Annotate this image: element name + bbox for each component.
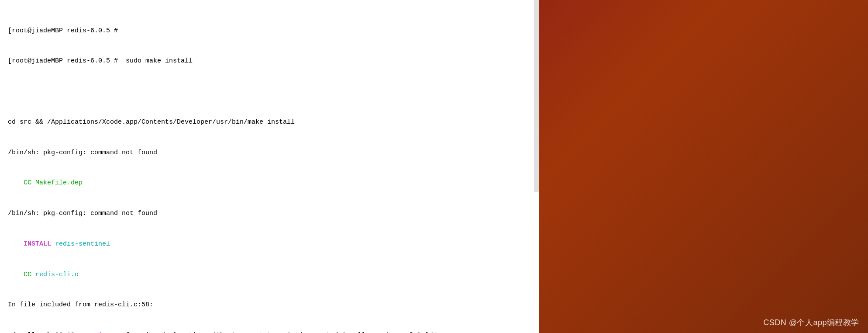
line-5: CC Makefile.dep xyxy=(8,178,531,188)
line-9-text: In file included from redis-cli.c:58: xyxy=(8,301,153,309)
line-3: cd src && /Applications/Xcode.app/Conten… xyxy=(8,117,531,127)
line-7-bold: INSTALL redis-sentinel xyxy=(8,240,110,248)
line-1-text: [root@jiadeMBP redis-6.0.5 # xyxy=(8,27,122,35)
line-2: [root@jiadeMBP redis-6.0.5 # sudo make i… xyxy=(8,56,531,66)
line-10: ./zmalloc.h:90:19: warning: a function d… xyxy=(8,330,531,333)
line-8-text: CC redis-cli.o xyxy=(8,271,79,278)
line-6: /bin/sh: pkg-config: command not found xyxy=(8,208,531,219)
line-4: /bin/sh: pkg-config: command not found xyxy=(8,148,531,158)
line-4-text: /bin/sh: pkg-config: command not found xyxy=(8,149,157,156)
line-7: INSTALL redis-sentinel xyxy=(8,239,531,249)
line-9: In file included from redis-cli.c:58: xyxy=(8,300,531,310)
terminal-content: [root@jiadeMBP redis-6.0.5 # [root@jiade… xyxy=(8,5,531,333)
line-6-text: /bin/sh: pkg-config: command not found xyxy=(8,210,157,217)
watermark: CSDN @个人app编程教学 xyxy=(763,317,859,328)
line-2-text: [root@jiadeMBP redis-6.0.5 # sudo make i… xyxy=(8,57,193,65)
watermark-text: CSDN @个人app编程教学 xyxy=(763,318,859,327)
line-blank xyxy=(8,87,531,97)
line-8: CC redis-cli.o xyxy=(8,270,531,280)
line-3-text: cd src && /Applications/Xcode.app/Conten… xyxy=(8,118,295,126)
scrollbar[interactable] xyxy=(534,0,539,192)
line-5-text: CC Makefile.dep xyxy=(8,179,83,187)
line-1: [root@jiadeMBP redis-6.0.5 # xyxy=(8,26,531,36)
terminal-window: [root@jiadeMBP redis-6.0.5 # [root@jiade… xyxy=(0,0,539,333)
